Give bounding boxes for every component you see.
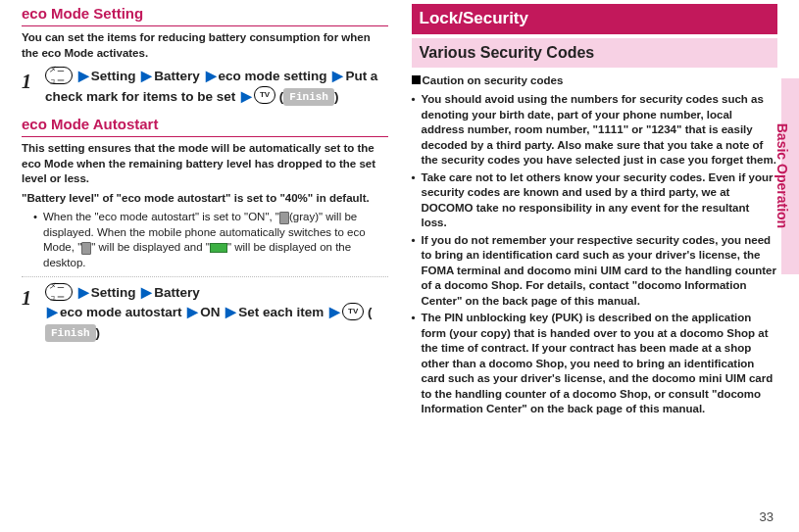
- list-item-text: Take care not to let others know your se…: [422, 170, 778, 231]
- bullet-dot: •: [412, 233, 422, 310]
- arrow-icon: ▶: [225, 305, 236, 319]
- arrow-icon: ▶: [206, 69, 217, 83]
- tv-label: TV: [260, 89, 270, 101]
- step-number: 1: [22, 67, 45, 95]
- list-item: •You should avoid using the numbers for …: [412, 92, 778, 169]
- caution-heading-text: Caution on security codes: [423, 74, 564, 86]
- dotted-separator: [22, 276, 388, 277]
- arrow-icon: ▶: [329, 305, 340, 319]
- intro-autostart-b: "Battery level" of "eco mode autostart" …: [22, 191, 388, 207]
- label-setting: Setting: [91, 69, 136, 83]
- step-body: メニュー ▶Setting ▶Battery ▶eco mode autosta…: [45, 283, 388, 343]
- battery-icon: [81, 242, 91, 255]
- step-1-eco-mode-autostart: 1 メニュー ▶Setting ▶Battery ▶eco mode autos…: [22, 283, 388, 343]
- heading-eco-mode-autostart: eco Mode Autostart: [22, 115, 388, 137]
- list-item: •Take care not to let others know your s…: [412, 170, 778, 231]
- side-label: Basic Operation: [774, 112, 792, 239]
- step-body: メニュー ▶Setting ▶Battery ▶eco mode setting…: [45, 67, 388, 107]
- close-paren: ): [334, 89, 339, 104]
- tv-camera-icon: TV: [254, 86, 275, 104]
- finish-button: Finish: [283, 88, 334, 107]
- arrow-icon: ▶: [141, 69, 152, 83]
- caution-list: •You should avoid using the numbers for …: [412, 92, 778, 417]
- step-1-eco-mode-setting: 1 メニュー ▶Setting ▶Battery ▶eco mode setti…: [22, 67, 388, 107]
- left-column: eco Mode Setting You can set the items f…: [20, 4, 400, 532]
- label-setting: Setting: [91, 285, 136, 300]
- close-paren: ): [96, 325, 101, 340]
- label-set-each-item: Set each item: [238, 305, 324, 319]
- list-item-text: If you do not remember your respective s…: [422, 233, 778, 310]
- label-eco-mode-autostart: eco mode autostart: [60, 305, 182, 319]
- bullet-autostart-note: • When the "eco mode autostart" is set t…: [33, 210, 388, 270]
- tv-label: TV: [348, 306, 358, 317]
- bullet-dot: •: [412, 92, 422, 169]
- step-number: 1: [22, 283, 45, 312]
- label-battery: Battery: [154, 69, 200, 83]
- label-on: ON: [200, 305, 220, 319]
- page-number: 33: [760, 508, 774, 526]
- list-item-text: The PIN unblocking key (PUK) is describe…: [422, 311, 778, 417]
- list-item: •If you do not remember your respective …: [412, 233, 778, 310]
- arrow-icon: ▶: [78, 69, 89, 83]
- arrow-icon: ▶: [241, 89, 252, 104]
- label-battery: Battery: [154, 285, 200, 300]
- finish-button: Finish: [45, 324, 96, 343]
- intro-eco-mode-setting: You can set the items for reducing batte…: [22, 30, 388, 61]
- bullet-dot: •: [412, 311, 422, 417]
- caution-heading: Caution on security codes: [412, 73, 778, 89]
- arrow-icon: ▶: [141, 285, 152, 300]
- menu-icon: メニュー: [45, 283, 73, 301]
- arrow-icon: ▶: [187, 305, 198, 319]
- right-column: Lock/Security Various Security Codes Cau…: [400, 4, 780, 532]
- open-paren: (: [368, 305, 373, 319]
- menu-icon: メニュー: [45, 67, 73, 84]
- list-item: •The PIN unblocking key (PUK) is describ…: [412, 311, 778, 417]
- arrow-icon: ▶: [332, 69, 343, 83]
- bullet-text: When the "eco mode autostart" is set to …: [43, 210, 388, 270]
- bullet-dot: •: [412, 170, 422, 231]
- arrow-icon: ▶: [78, 285, 89, 300]
- arrow-icon: ▶: [47, 305, 58, 319]
- text-part: When the "eco mode autostart" is set to …: [43, 211, 279, 222]
- list-item-text: You should avoid using the numbers for s…: [422, 92, 778, 169]
- intro-autostart-a: This setting ensures that the mode will …: [22, 141, 388, 187]
- battery-gray-icon: [279, 212, 289, 224]
- section-lock-security: Lock/Security: [412, 4, 778, 34]
- text-part: " will be displayed and ": [91, 241, 210, 253]
- square-bullet-icon: [412, 75, 421, 84]
- heading-eco-mode-setting: eco Mode Setting: [22, 4, 388, 26]
- bullet-dot: •: [33, 210, 43, 270]
- tv-camera-icon: TV: [342, 303, 364, 320]
- subsection-security-codes: Various Security Codes: [412, 38, 778, 68]
- label-eco-mode-setting: eco mode setting: [219, 69, 327, 83]
- battery-green-icon: [210, 243, 227, 253]
